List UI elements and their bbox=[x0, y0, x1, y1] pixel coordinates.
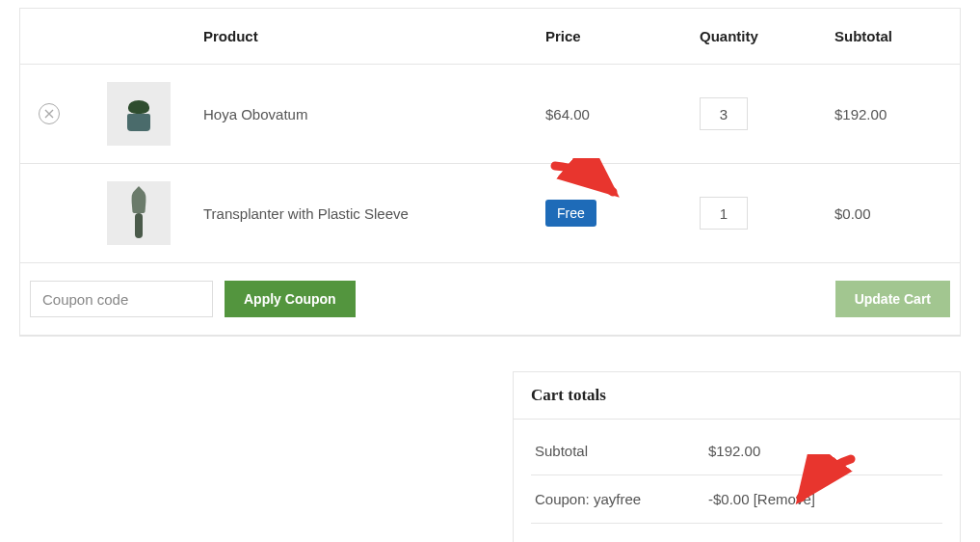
coupon-discount: -$0.00 bbox=[708, 491, 754, 507]
cart-table: Product Price Quantity Subtotal bbox=[20, 9, 960, 336]
coupon-value: -$0.00 [Remove] bbox=[708, 491, 939, 507]
product-thumbnail[interactable] bbox=[107, 82, 171, 146]
header-remove bbox=[20, 9, 78, 65]
apply-coupon-button[interactable]: Apply Coupon bbox=[225, 281, 356, 317]
header-product: Product bbox=[194, 9, 536, 65]
trowel-icon bbox=[130, 186, 147, 240]
coupon-label: Coupon: yayfree bbox=[535, 491, 708, 507]
totals-total-row: Total $192.00 bbox=[531, 524, 942, 542]
product-subtotal: $0.00 bbox=[825, 164, 960, 263]
subtotal-label: Subtotal bbox=[535, 443, 708, 459]
subtotal-value: $192.00 bbox=[708, 443, 939, 459]
product-thumbnail[interactable] bbox=[107, 181, 171, 245]
quantity-input[interactable] bbox=[700, 197, 748, 230]
cart-table-container: Product Price Quantity Subtotal bbox=[19, 8, 961, 337]
cart-totals-container: Cart totals Subtotal $192.00 Coupon: yay… bbox=[513, 371, 961, 542]
plant-icon bbox=[124, 96, 153, 131]
header-price: Price bbox=[536, 9, 690, 65]
product-name[interactable]: Transplanter with Plastic Sleeve bbox=[194, 164, 536, 263]
header-quantity: Quantity bbox=[690, 9, 825, 65]
totals-coupon-row: Coupon: yayfree -$0.00 [Remove] bbox=[531, 475, 942, 524]
header-subtotal: Subtotal bbox=[825, 9, 960, 65]
totals-subtotal-row: Subtotal $192.00 bbox=[531, 427, 942, 475]
product-subtotal: $192.00 bbox=[825, 65, 960, 164]
product-name[interactable]: Hoya Obovatum bbox=[194, 65, 536, 164]
close-icon bbox=[44, 109, 54, 119]
cart-actions-row: Apply Coupon Update Cart bbox=[20, 263, 960, 336]
header-thumbnail bbox=[78, 9, 194, 65]
update-cart-button[interactable]: Update Cart bbox=[835, 281, 950, 317]
remove-item-button[interactable] bbox=[39, 103, 60, 124]
cart-totals-title: Cart totals bbox=[514, 372, 960, 420]
cart-row: Hoya Obovatum $64.00 $192.00 bbox=[20, 65, 960, 164]
coupon-input[interactable] bbox=[30, 281, 213, 317]
product-price: $64.00 bbox=[536, 65, 690, 164]
cart-row: Transplanter with Plastic Sleeve Free $0… bbox=[20, 164, 960, 263]
quantity-input[interactable] bbox=[700, 97, 748, 130]
free-badge: Free bbox=[545, 200, 596, 227]
remove-coupon-link[interactable]: [Remove] bbox=[754, 491, 815, 507]
